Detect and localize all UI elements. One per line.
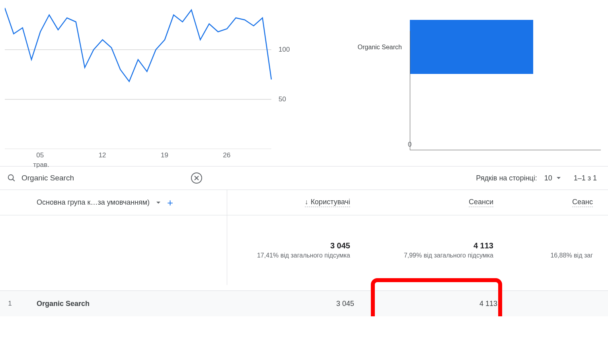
search-icon: [7, 174, 16, 182]
column-sessions-2[interactable]: Сеанс: [572, 198, 593, 207]
search-input[interactable]: [16, 174, 191, 182]
row-name: Organic Search: [20, 300, 227, 308]
column-sessions[interactable]: Сеанси: [469, 198, 493, 207]
add-dimension-button[interactable]: +: [167, 197, 173, 208]
line-chart[interactable]: 5010005121926трав.: [0, 0, 318, 150]
table-header: Основна група к…за умовчанням) + ↓Корист…: [0, 190, 608, 215]
rows-per-page-value: 10: [544, 174, 552, 182]
totals-row: 3 045 17,41% від загального підсумка 4 1…: [0, 215, 608, 291]
row-sessions: 4 113: [354, 300, 497, 308]
pager-text: 1–1 з 1: [574, 174, 597, 182]
svg-point-3: [8, 175, 14, 180]
total-sessions2: [590, 241, 593, 250]
total-sessions-sub: 7,99% від загального підсумка: [404, 252, 493, 259]
svg-line-4: [13, 179, 15, 181]
table-row[interactable]: 1 Organic Search 3 045 4 113: [0, 291, 608, 316]
dimension-selector[interactable]: Основна група к…за умовчанням): [37, 198, 150, 207]
row-users: 3 045: [227, 300, 354, 308]
column-users[interactable]: ↓Користувачі: [305, 198, 350, 207]
filter-bar: Рядків на сторінці: 10 1–1 з 1: [0, 166, 608, 190]
total-users-sub: 17,41% від загального підсумка: [257, 252, 350, 259]
chevron-down-icon[interactable]: [156, 200, 161, 205]
row-index: 1: [0, 300, 20, 308]
rows-per-page-label: Рядків на сторінці:: [476, 174, 537, 182]
total-users: 3 045: [330, 241, 350, 250]
total-sessions2-sub: 16,88% від заг: [550, 252, 593, 259]
clear-search-button[interactable]: [191, 172, 202, 184]
rows-per-page-select[interactable]: 10: [544, 174, 561, 182]
chevron-down-icon: [556, 176, 561, 180]
bar-chart[interactable]: Organic Search0: [318, 0, 608, 150]
total-sessions: 4 113: [474, 241, 493, 250]
